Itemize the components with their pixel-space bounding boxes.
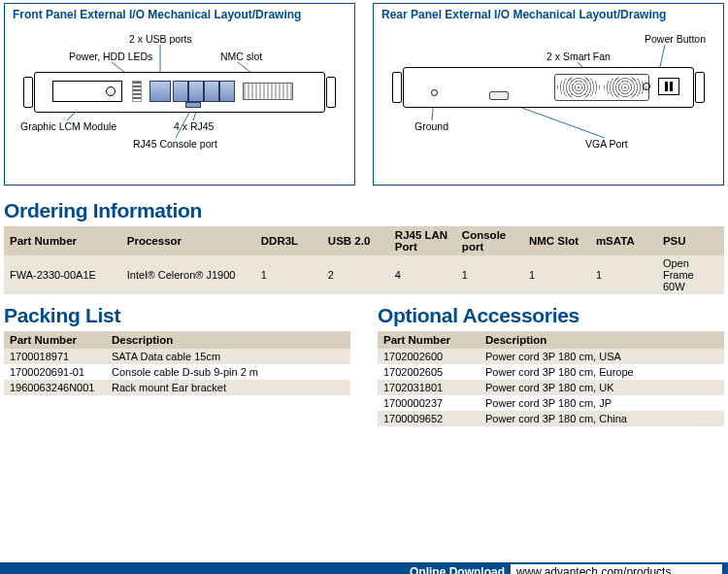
cell: 1 — [255, 255, 322, 294]
rear-panel-diagram: Rear Panel External I/O Mechanical Layou… — [373, 3, 724, 186]
cell: 1702031801 — [378, 380, 480, 395]
footer-bar: Online Download www.advantech.com/produc… — [0, 562, 728, 574]
smart-fans-icon — [554, 74, 649, 101]
footer-url[interactable]: www.advantech.com/products — [511, 564, 722, 575]
cell: 1 — [523, 255, 590, 294]
front-panel-diagram: Front Panel External I/O Mechanical Layo… — [4, 3, 355, 186]
bottom-spacer — [4, 426, 724, 562]
col-header: Part Number — [4, 226, 121, 255]
usb-ports-icon — [149, 81, 171, 102]
ordering-table: Part NumberProcessorDDR3LUSB 2.0RJ45 LAN… — [4, 226, 724, 294]
ordering-header-row: Part NumberProcessorDDR3LUSB 2.0RJ45 LAN… — [4, 226, 724, 255]
table-row: 1702002605Power cord 3P 180 cm, Europe — [378, 364, 724, 380]
packing-heading: Packing List — [4, 304, 350, 327]
console-port-icon — [185, 102, 201, 108]
table-row: 1702002600Power cord 3P 180 cm, USA — [378, 349, 724, 364]
cell: 1702002600 — [378, 349, 480, 364]
cell: Open Frame 60W — [657, 255, 724, 294]
cell: Rack mount Ear bracket — [106, 380, 350, 395]
cell: FWA-2330-00A1E — [4, 255, 121, 294]
rack-ear-left-icon — [23, 77, 33, 108]
cell: 2 — [322, 255, 389, 294]
ordering-heading: Ordering Information — [4, 199, 724, 222]
cell: 1700009652 — [378, 411, 480, 426]
front-unit — [34, 72, 325, 113]
packing-header-row: Part NumberDescription — [4, 331, 350, 349]
rack-ear-right-icon — [695, 72, 705, 103]
table-row: 1960063246N001Rack mount Ear bracket — [4, 380, 350, 395]
col-header: PSU — [657, 226, 724, 255]
col-header: Description — [480, 331, 724, 349]
footer-label: Online Download — [410, 565, 505, 575]
led-strip-icon — [132, 81, 142, 102]
cell: 1700020691-01 — [4, 364, 106, 380]
nmc-slot-icon — [243, 83, 293, 100]
ordering-body: FWA-2330-00A1EIntel® Celeron® J190012411… — [4, 255, 724, 294]
cell: 1960063246N001 — [4, 380, 106, 395]
cell: Power cord 3P 180 cm, USA — [480, 349, 724, 364]
diagram-row: Front Panel External I/O Mechanical Layo… — [4, 3, 724, 186]
cell: Power cord 3P 180 cm, Europe — [480, 364, 724, 380]
rack-ear-right-icon — [326, 77, 336, 108]
table-row: 1700018971SATA Data cable 15cm — [4, 349, 350, 364]
cell: SATA Data cable 15cm — [106, 349, 350, 364]
table-row: 1700009652Power cord 3P 180 cm, China — [378, 411, 724, 426]
col-header: USB 2.0 — [322, 226, 389, 255]
col-header: Part Number — [4, 331, 106, 349]
cell: Intel® Celeron® J1900 — [121, 255, 255, 294]
col-header: RJ45 LAN Port — [389, 226, 456, 255]
cell: 1702002605 — [378, 364, 480, 380]
cell: Console cable D-sub 9-pin 2 m — [106, 364, 350, 380]
table-row: 1702031801Power cord 3P 180 cm, UK — [378, 380, 724, 395]
rj45-ports-icon — [173, 81, 235, 102]
accessories-body: 1702002600Power cord 3P 180 cm, USA17020… — [378, 349, 724, 426]
packing-table: Part NumberDescription 1700018971SATA Da… — [4, 331, 350, 395]
svg-line-10 — [176, 109, 191, 138]
col-header: mSATA — [590, 226, 657, 255]
col-header: Processor — [121, 226, 255, 255]
rack-ear-left-icon — [392, 72, 402, 103]
power-button-icon — [643, 83, 650, 90]
cell: 1700018971 — [4, 349, 106, 364]
table-row: 1700000237Power cord 3P 180 cm, JP — [378, 395, 724, 411]
table-row: 1700020691-01Console cable D-sub 9-pin 2… — [4, 364, 350, 380]
rear-unit — [403, 67, 694, 108]
power-inlet-icon — [658, 78, 679, 95]
ground-screw-icon — [431, 89, 438, 96]
cell: Power cord 3P 180 cm, China — [480, 411, 724, 426]
cell: Power cord 3P 180 cm, UK — [480, 380, 724, 395]
col-header: NMC Slot — [523, 226, 590, 255]
cell: 1700000237 — [378, 395, 480, 411]
cell: 1 — [456, 255, 523, 294]
cell: 4 — [389, 255, 456, 294]
col-header: Description — [106, 331, 350, 349]
accessories-header-row: Part NumberDescription — [378, 331, 724, 349]
vga-port-icon — [489, 91, 509, 100]
table-row: FWA-2330-00A1EIntel® Celeron® J190012411… — [4, 255, 724, 294]
lcm-module-icon — [52, 81, 122, 102]
cell: Power cord 3P 180 cm, JP — [480, 395, 724, 411]
packing-body: 1700018971SATA Data cable 15cm1700020691… — [4, 349, 350, 395]
col-header: DDR3L — [255, 226, 322, 255]
accessories-heading: Optional Accessories — [378, 304, 724, 327]
col-header: Console port — [456, 226, 523, 255]
accessories-table: Part NumberDescription 1702002600Power c… — [378, 331, 724, 426]
col-header: Part Number — [378, 331, 480, 349]
cell: 1 — [590, 255, 657, 294]
